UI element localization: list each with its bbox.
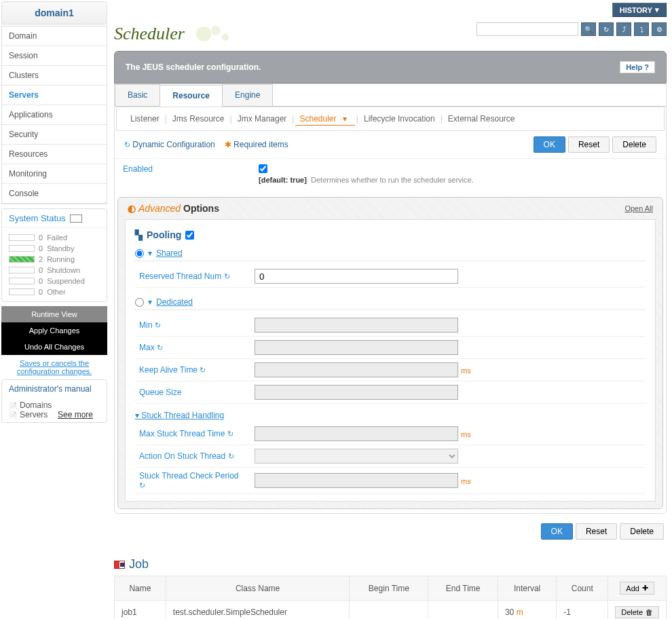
subtab-external-resource[interactable]: External Resource [444,114,519,124]
subtab-jmx-manager[interactable]: Jmx Manager [234,114,291,124]
search-input[interactable] [477,22,578,36]
reserved-thread-label: Reserved Thread Num ↻ [135,265,250,288]
advanced-options-title: ◐ Advanced Options [128,203,219,214]
import-icon[interactable]: ⤵ [634,22,649,36]
dynamic-config-label: ↻ Dynamic Configuration [124,140,215,149]
max-input[interactable] [255,340,458,355]
description-text: The JEUS scheduler configuration. [126,62,261,72]
delete-job-button[interactable]: Delete 🗑 [615,606,659,618]
see-more-link[interactable]: See more [58,410,93,419]
status-row-running: 2Running [9,254,100,265]
job-name-cell[interactable]: job1 [115,601,166,620]
sync-icon: ↻ [139,481,145,489]
required-icon: ✱ [225,140,231,149]
caret-down-icon: ▾ [135,411,139,420]
job-begin-cell [350,601,428,620]
separator: | [164,114,168,124]
tab-resource[interactable]: Resource [160,85,223,107]
action-on-stuck-label: Action On Stuck Thread ↻ [135,445,250,468]
status-count: 0 [39,244,43,252]
status-bar-icon [9,234,35,241]
sidebar-item-applications[interactable]: Applications [2,105,107,125]
properties-table: Enabled [default: true] Determines wheth… [115,158,666,190]
status-bar-icon [9,256,35,263]
queue-size-input[interactable] [255,385,458,400]
subtab-lifecycle-invocation[interactable]: Lifecycle Invocation [360,114,439,124]
tab-basic[interactable]: Basic [115,84,160,106]
keep-alive-input[interactable] [255,362,458,377]
export-icon[interactable]: ⤴ [616,22,631,36]
status-bar-icon [9,288,35,295]
search-icon[interactable]: 🔍 [581,22,596,36]
apply-changes-button[interactable]: Apply Changes [1,322,107,339]
dedicated-radio[interactable] [135,298,144,307]
history-label: HISTORY [620,6,652,14]
sidebar-domain-title[interactable]: domain1 [1,1,107,24]
job-title: Job [114,553,667,576]
add-job-button[interactable]: Add ✚ [620,582,654,595]
sidebar-item-monitoring[interactable]: Monitoring [2,164,107,184]
min-label: Min ↻ [135,314,250,337]
sidebar: domain1 DomainSessionClustersServersAppl… [0,0,109,619]
undo-all-changes-button[interactable]: Undo All Changes [1,339,107,355]
tab-engine[interactable]: Engine [222,84,273,106]
status-label: Standby [47,244,74,252]
config-action-row: ↻ Dynamic Configuration ✱ Required items… [115,131,666,158]
action-on-stuck-select[interactable] [255,449,458,464]
sync-icon: ↻ [228,452,234,460]
sub-tabs: Listener|Jms Resource|Jmx Manager|Schedu… [116,107,665,131]
main-tabs: BasicResourceEngine [115,84,666,107]
job-count-cell: -1 [557,601,608,620]
caret-down-icon: ▾ [148,248,152,258]
sidebar-item-resources[interactable]: Resources [2,145,107,164]
max-stuck-input[interactable] [255,426,458,441]
sidebar-item-servers[interactable]: Servers [2,86,107,105]
dedicated-label[interactable]: Dedicated [156,297,193,307]
ms-unit: ms [458,477,471,485]
job-table-header-row: Name Class Name Begin Time End Time Inte… [115,576,667,601]
max-stuck-label: Max Stuck Thread Time ↻ [135,423,250,445]
ms-unit: ms [458,367,471,375]
refresh-icon[interactable]: ↻ [599,22,614,36]
open-all-link[interactable]: Open All [624,204,653,212]
job-end-cell [428,601,498,620]
sidebar-item-clusters[interactable]: Clusters [2,66,107,86]
enabled-note: [default: true] Determines whether to ru… [259,176,474,184]
min-input[interactable] [255,318,458,333]
reserved-thread-input[interactable] [255,269,458,284]
delete-button[interactable]: Delete [612,136,656,153]
shared-label[interactable]: Shared [156,248,183,258]
shared-radio[interactable] [135,249,144,258]
enabled-checkbox[interactable] [259,164,267,173]
svg-point-1 [211,26,221,35]
job-table: Name Class Name Begin Time End Time Inte… [114,576,667,619]
admin-domains-link[interactable]: Domains [20,400,52,410]
admin-servers-link[interactable]: Servers [20,410,48,419]
history-button[interactable]: HISTORY▾ [612,3,667,17]
search-toolbar: 🔍 ↻ ⤴ ⤵ ⚙ [477,22,667,36]
ok-button[interactable]: OK [534,136,565,153]
subtab-jms-resource[interactable]: Jms Resource [168,114,229,124]
reset-button[interactable]: Reset [568,136,610,153]
subtab-listener[interactable]: Listener [126,114,164,124]
job-header-begin: Begin Time [350,576,428,601]
sidebar-item-domain[interactable]: Domain [2,26,107,46]
pooling-checkbox[interactable] [185,231,194,240]
help-button[interactable]: Help ? [620,61,655,73]
admin-manual-panel: Administrator's manual Domains Servers S… [1,379,107,423]
runtime-view-button[interactable]: Runtime View [1,306,107,322]
delete-button-bottom[interactable]: Delete [620,523,664,540]
stuck-check-period-input[interactable] [255,473,458,488]
status-count: 0 [39,233,43,242]
sidebar-item-security[interactable]: Security [2,125,107,145]
saves-cancels-link[interactable]: Saves or cancels the configuration chang… [1,359,107,375]
sidebar-item-session[interactable]: Session [2,46,107,66]
document-icon [9,400,20,410]
reset-button-bottom[interactable]: Reset [576,523,617,540]
stuck-thread-handling-header[interactable]: ▾ Stuck Thread Handling [135,404,646,423]
ok-button-bottom[interactable]: OK [541,523,573,540]
settings-icon[interactable]: ⚙ [652,22,667,36]
subtab-scheduler[interactable]: Scheduler ▾ [295,114,354,126]
bottom-actions: OK Reset Delete [114,514,667,549]
sidebar-item-console[interactable]: Console [2,184,107,204]
